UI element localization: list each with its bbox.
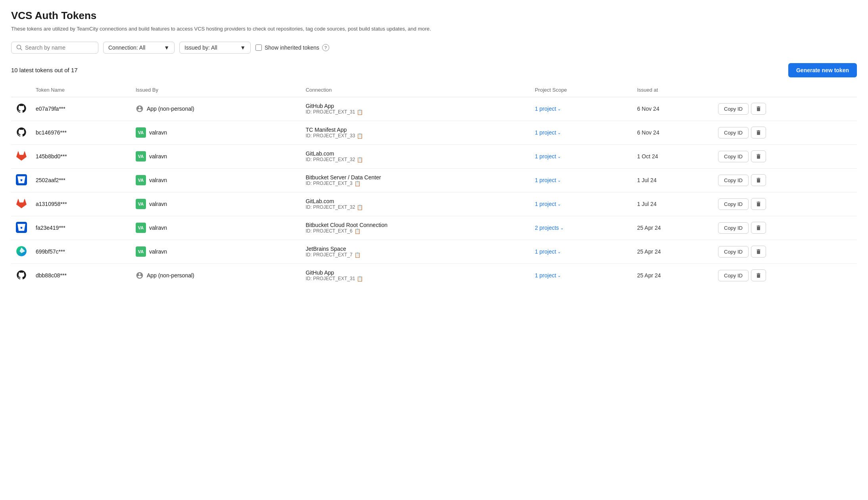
svg-rect-3 (16, 222, 27, 233)
show-inherited-checkbox-row[interactable]: Show inherited tokens ? (255, 44, 329, 51)
search-input[interactable] (25, 44, 93, 51)
copy-id-button[interactable]: Copy ID (718, 222, 749, 234)
issued-by-cell-container: VA valravn (132, 192, 302, 216)
connection-name: GitLab.com (305, 198, 527, 204)
project-scope[interactable]: 1 project ⌄ (535, 106, 629, 112)
col-actions (714, 84, 857, 97)
table-header-row: Token Name Issued By Connection Project … (11, 84, 857, 97)
issued-by-name: App (non-personal) (147, 106, 194, 112)
copy-connection-id-icon[interactable]: 📋 (357, 276, 363, 282)
connection-id: ID: PROJECT_EXT_6 📋 (305, 228, 527, 234)
trash-icon (755, 248, 762, 255)
connection-id: ID: PROJECT_EXT_31 📋 (305, 276, 527, 282)
copy-connection-id-icon[interactable]: 📋 (357, 109, 363, 115)
issued-at-cell: 6 Nov 24 (633, 97, 714, 121)
copy-connection-id-icon[interactable]: 📋 (354, 228, 361, 234)
project-scope-cell: 1 project ⌄ (531, 121, 633, 144)
delete-button[interactable] (751, 103, 766, 115)
issued-at-cell: 1 Jul 24 (633, 192, 714, 216)
issued-at-cell: 1 Oct 24 (633, 144, 714, 168)
generate-new-token-button[interactable]: Generate new token (788, 63, 857, 77)
copy-id-button[interactable]: Copy ID (718, 175, 749, 186)
token-name-cell: dbb88c08*** (32, 263, 132, 287)
project-scope[interactable]: 1 project ⌄ (535, 272, 629, 279)
issued-by-cell-container: App (non-personal) (132, 97, 302, 121)
chevron-down-icon: ⌄ (557, 273, 561, 278)
connection-cell: GitHub App ID: PROJECT_EXT_31 📋 (301, 263, 531, 287)
issued-by-name: valravn (149, 225, 167, 231)
copy-id-button[interactable]: Copy ID (718, 103, 749, 115)
connection-id: ID: PROJECT_EXT_7 📋 (305, 252, 527, 258)
app-icon (136, 105, 144, 113)
github-icon (15, 127, 28, 139)
delete-button[interactable] (751, 127, 766, 138)
issued-by-filter[interactable]: Issued by: All ▼ (179, 42, 251, 54)
connection-cell: JetBrains Space ID: PROJECT_EXT_7 📋 (301, 240, 531, 263)
delete-button[interactable] (751, 198, 766, 210)
trash-icon (755, 272, 762, 279)
trash-icon (755, 106, 762, 112)
connection-cell: Bitbucket Cloud Root Connection ID: PROJ… (301, 216, 531, 240)
project-scope-cell: 2 projects ⌄ (531, 216, 633, 240)
project-scope[interactable]: 1 project ⌄ (535, 129, 629, 136)
tokens-count: 10 latest tokens out of 17 (11, 67, 78, 73)
copy-connection-id-icon[interactable]: 📋 (354, 252, 361, 258)
delete-button[interactable] (751, 222, 766, 234)
connection-filter[interactable]: Connection: All ▼ (103, 42, 175, 54)
svg-line-1 (21, 49, 22, 50)
copy-connection-id-icon[interactable]: 📋 (357, 157, 363, 163)
connection-filter-label: Connection: All (108, 44, 145, 51)
project-scope[interactable]: 1 project ⌄ (535, 201, 629, 207)
project-scope-cell: 1 project ⌄ (531, 192, 633, 216)
project-scope[interactable]: 1 project ⌄ (535, 177, 629, 183)
provider-icon-cell (11, 240, 32, 263)
github-icon (15, 269, 28, 282)
issued-by-cell: VA valravn (136, 127, 298, 138)
delete-button[interactable] (751, 246, 766, 258)
copy-connection-id-icon[interactable]: 📋 (357, 133, 363, 139)
user-avatar: VA (136, 246, 146, 257)
issued-by-name: valravn (149, 177, 167, 183)
col-project-scope: Project Scope (531, 84, 633, 97)
token-name-cell: 699bf57c*** (32, 240, 132, 263)
page-description: These tokens are utilized by TeamCity co… (11, 25, 527, 33)
issued-by-cell: App (non-personal) (136, 271, 298, 279)
issued-by-name: valravn (149, 248, 167, 255)
delete-button[interactable] (751, 174, 766, 186)
project-scope[interactable]: 2 projects ⌄ (535, 225, 629, 231)
trash-icon (755, 153, 762, 160)
copy-connection-id-icon[interactable]: 📋 (357, 204, 363, 210)
copy-id-button[interactable]: Copy ID (718, 270, 749, 281)
copy-id-button[interactable]: Copy ID (718, 198, 749, 210)
connection-id: ID: PROJECT_EXT_32 📋 (305, 157, 527, 163)
provider-icon-cell (11, 192, 32, 216)
issued-at: 25 Apr 24 (637, 225, 661, 231)
user-avatar: VA (136, 199, 146, 209)
issued-by-cell-container: VA valravn (132, 144, 302, 168)
copy-id-button[interactable]: Copy ID (718, 151, 749, 162)
show-inherited-checkbox[interactable] (255, 44, 262, 51)
issued-at-cell: 1 Jul 24 (633, 168, 714, 192)
app-icon (136, 271, 144, 279)
connection-cell: TC Manifest App ID: PROJECT_EXT_33 📋 (301, 121, 531, 144)
chevron-down-icon: ⌄ (557, 106, 561, 112)
issued-by-cell: VA valravn (136, 246, 298, 257)
copy-connection-id-icon[interactable]: 📋 (354, 181, 361, 187)
table-row: 2502aaf2*** VA valravn Bitbucket Server … (11, 168, 857, 192)
user-avatar: VA (136, 151, 146, 162)
actions-cell: Copy ID (714, 263, 857, 287)
delete-button[interactable] (751, 150, 766, 162)
issued-at: 6 Nov 24 (637, 129, 659, 136)
table-row: e07a79fa*** App (non-personal) GitHub Ap… (11, 97, 857, 121)
copy-id-button[interactable]: Copy ID (718, 246, 749, 258)
help-icon[interactable]: ? (322, 44, 329, 51)
col-connection: Connection (301, 84, 531, 97)
project-scope-cell: 1 project ⌄ (531, 97, 633, 121)
project-scope[interactable]: 1 project ⌄ (535, 153, 629, 160)
issued-at-cell: 25 Apr 24 (633, 263, 714, 287)
project-scope[interactable]: 1 project ⌄ (535, 248, 629, 255)
copy-id-button[interactable]: Copy ID (718, 127, 749, 138)
connection-id: ID: PROJECT_EXT_31 📋 (305, 109, 527, 115)
delete-button[interactable] (751, 269, 766, 281)
search-box[interactable] (11, 42, 98, 54)
